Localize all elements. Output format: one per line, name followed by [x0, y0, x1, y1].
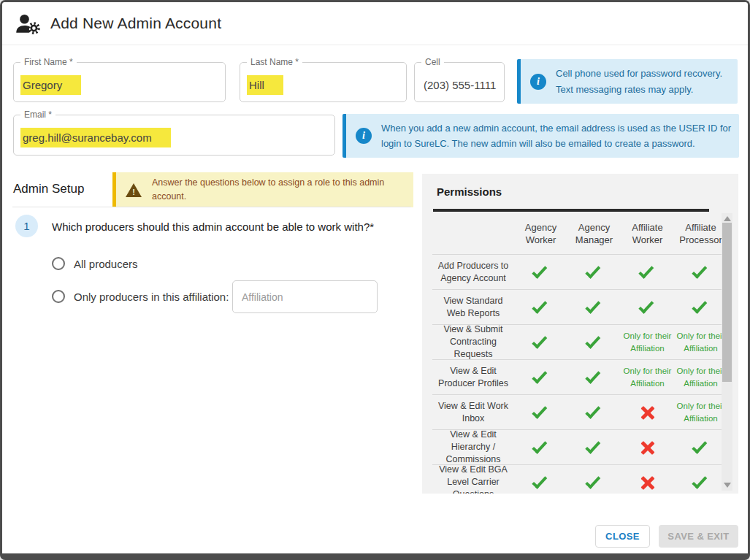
permission-cell: [621, 404, 674, 421]
last-name-label: Last Name *: [247, 57, 302, 67]
manage-account-icon: [15, 12, 41, 34]
only-affiliation-text: Only for their Affiliation: [621, 365, 674, 388]
last-name-value: Hill: [247, 75, 283, 95]
permission-row: View & Submit Contracting RequestsOnly f…: [432, 324, 727, 359]
add-admin-dialog: Add New Admin Account First Name * Grego…: [0, 0, 750, 560]
warning-text: Answer the questions below to assign a r…: [152, 176, 405, 204]
permission-row: View & Edit BGA Level Carrier Questions: [432, 464, 727, 494]
check-icon: [532, 298, 547, 313]
info-icon: i: [530, 74, 546, 90]
check-icon: [638, 263, 654, 278]
permissions-column-header: Agency Manager: [567, 222, 621, 247]
check-icon: [692, 438, 707, 453]
permission-row-label: View & Edit BGA Level Carrier Questions: [432, 464, 514, 494]
permissions-scrollbar[interactable]: [722, 213, 732, 491]
cell-info-box: i Cell phone used for password recovery.…: [517, 59, 738, 104]
last-name-field[interactable]: Last Name * Hill: [240, 62, 407, 102]
x-icon: [640, 475, 656, 491]
section-divider: [12, 207, 411, 207]
check-icon: [638, 298, 654, 313]
permission-cell: [621, 304, 674, 311]
check-icon: [585, 263, 600, 278]
save-exit-button[interactable]: SAVE & EXIT: [659, 525, 738, 548]
scroll-up-arrow-icon[interactable]: [724, 216, 731, 221]
check-icon: [532, 403, 547, 418]
question-number-badge: 1: [15, 215, 38, 237]
only-affiliation-text: Only for their Affiliation: [674, 400, 727, 423]
dialog-header: Add New Admin Account: [2, 2, 748, 45]
check-icon: [585, 368, 600, 383]
email-info-box: i When you add a new admin account, the …: [343, 114, 739, 158]
permission-cell: [621, 475, 674, 491]
check-icon: [532, 438, 547, 453]
admin-setup-warning: Answer the questions below to assign a r…: [112, 172, 413, 207]
affiliation-input[interactable]: Affiliation: [232, 280, 378, 313]
permission-cell: [674, 304, 727, 311]
page-title: Add New Admin Account: [50, 15, 221, 32]
permission-row-label: View Standard Web Reports: [432, 295, 514, 320]
first-name-value: Gregory: [20, 75, 81, 95]
scroll-down-arrow-icon[interactable]: [724, 483, 731, 488]
email-value: greg.hill@surancebay.com: [20, 128, 171, 147]
permission-cell: [514, 304, 567, 311]
permission-cell: [567, 409, 621, 416]
only-affiliation-text: Only for their Affiliation: [621, 330, 674, 353]
check-icon: [585, 298, 600, 313]
permission-cell: [567, 444, 621, 451]
check-icon: [532, 333, 547, 348]
permission-row-label: View & Edit Producer Profiles: [432, 365, 514, 390]
permissions-column-header: Agency Worker: [514, 222, 567, 247]
only-affiliation-text: Only for their Affiliation: [674, 330, 727, 353]
permission-cell: Only for their Affiliation: [674, 365, 727, 388]
permission-cell: Only for their Affiliation: [674, 330, 727, 353]
first-name-field[interactable]: First Name * Gregory: [13, 62, 226, 102]
permissions-column-header: Affiliate Processor: [674, 222, 727, 247]
permission-cell: [567, 374, 621, 381]
check-icon: [692, 263, 707, 278]
permission-cell: Only for their Affiliation: [621, 330, 674, 353]
radio-all-producers[interactable]: [52, 257, 65, 270]
radio-all-producers-label[interactable]: All producers: [74, 258, 138, 270]
info-icon: i: [356, 128, 372, 144]
check-icon: [692, 298, 707, 313]
permission-row: View Standard Web Reports: [432, 289, 727, 324]
only-affiliation-text: Only for their Affiliation: [674, 365, 727, 388]
permission-cell: [514, 269, 567, 276]
cell-field[interactable]: Cell (203) 555-1111: [414, 62, 505, 102]
permission-cell: [514, 444, 567, 451]
x-icon: [640, 404, 656, 421]
admin-setup-title: Admin Setup: [13, 182, 84, 196]
permission-row-label: View & Edit Hierarchy / Commissions: [432, 429, 514, 466]
check-icon: [532, 263, 547, 278]
cell-value: (203) 555-1111: [421, 75, 496, 95]
permission-cell: [674, 269, 727, 276]
x-icon: [640, 440, 656, 456]
permission-cell: [621, 440, 674, 456]
check-icon: [585, 403, 600, 418]
permissions-table: Add Producers to Agency AccountView Stan…: [432, 254, 727, 494]
warning-icon: [126, 183, 142, 197]
permissions-panel: Permissions Agency WorkerAgency ManagerA…: [422, 174, 738, 494]
permission-cell: [514, 374, 567, 381]
permissions-header-row: Agency WorkerAgency ManagerAffiliate Wor…: [432, 215, 727, 254]
permission-row: View & Edit Work InboxOnly for their Aff…: [432, 394, 727, 429]
email-field[interactable]: Email * greg.hill@surancebay.com: [13, 115, 335, 156]
permission-row: Add Producers to Agency Account: [432, 254, 727, 289]
close-button[interactable]: CLOSE: [595, 525, 650, 548]
permission-cell: Only for their Affiliation: [621, 365, 674, 388]
scrollbar-thumb[interactable]: [722, 223, 732, 382]
affiliation-placeholder: Affiliation: [242, 291, 283, 303]
permission-cell: [567, 304, 621, 311]
permission-row-label: Add Producers to Agency Account: [432, 260, 514, 285]
permissions-title-rule: [433, 209, 709, 212]
permission-cell: [674, 479, 727, 486]
first-name-label: First Name *: [20, 57, 77, 67]
permission-cell: [621, 269, 674, 276]
permission-row: View & Edit Hierarchy / Commissions: [432, 429, 727, 464]
permissions-column-header: Affiliate Worker: [621, 222, 674, 247]
radio-affiliation-only[interactable]: [52, 290, 65, 303]
check-icon: [585, 438, 600, 453]
radio-affiliation-only-label[interactable]: Only producers in this affiliation:: [74, 291, 229, 303]
permission-row-label: View & Submit Contracting Requests: [432, 323, 514, 361]
permission-cell: [567, 479, 621, 486]
